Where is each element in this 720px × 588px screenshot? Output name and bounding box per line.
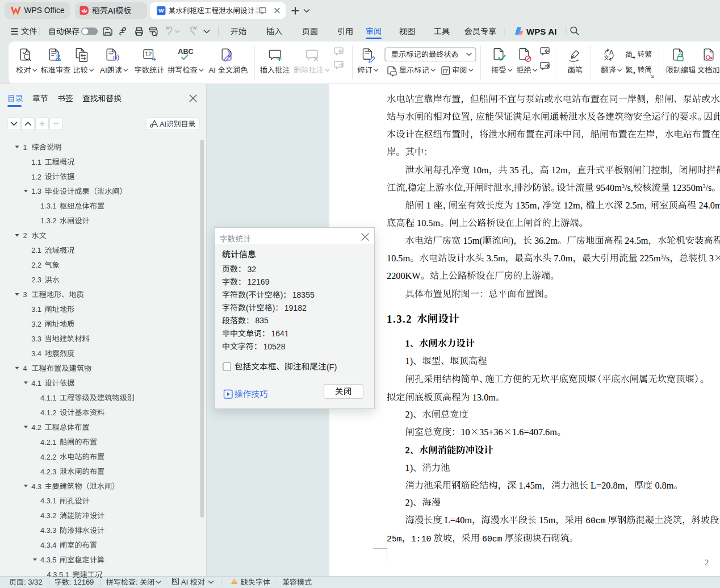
svg-text:1.3: 1.3 xyxy=(31,187,41,195)
svg-text:4.2: 4.2 xyxy=(31,423,41,432)
svg-text:/s: /s xyxy=(664,253,670,264)
svg-text:3: 3 xyxy=(709,253,714,264)
svg-text:24.0m: 24.0m xyxy=(699,200,720,211)
svg-text:60cm: 60cm xyxy=(585,516,606,526)
svg-text:3: 3 xyxy=(23,290,27,299)
svg-text:36.2m: 36.2m xyxy=(534,235,558,246)
svg-text:,: , xyxy=(512,182,514,193)
svg-text:L=20.8m: L=20.8m xyxy=(591,480,625,491)
svg-text:225m: 225m xyxy=(640,253,661,264)
svg-text:A: A xyxy=(609,49,614,56)
svg-text:): ) xyxy=(510,235,513,246)
svg-text:2: 2 xyxy=(23,231,27,240)
svg-text:2: 2 xyxy=(705,558,709,567)
svg-text:1.45m: 1.45m xyxy=(518,480,542,491)
svg-text:2): 2) xyxy=(405,409,413,420)
svg-text:15m: 15m xyxy=(539,515,555,526)
svg-text:1:10: 1:10 xyxy=(411,535,432,544)
svg-text:10m: 10m xyxy=(472,165,489,176)
svg-text:Office: Office xyxy=(44,6,65,15)
svg-text:AI: AI xyxy=(209,66,216,74)
svg-text:/s,: /s, xyxy=(625,182,633,193)
svg-text:4.1: 4.1 xyxy=(31,379,41,387)
svg-text:19182: 19182 xyxy=(284,303,307,312)
svg-text:): ) xyxy=(273,303,275,312)
svg-text:835: 835 xyxy=(256,316,269,325)
svg-text:/s: /s xyxy=(705,182,711,193)
svg-text:4.3.5: 4.3.5 xyxy=(40,556,56,564)
svg-text:18355: 18355 xyxy=(292,290,315,299)
svg-text:4.3.2: 4.3.2 xyxy=(40,511,56,520)
svg-text:2.5m: 2.5m xyxy=(625,200,644,211)
svg-text:1.3.2: 1.3.2 xyxy=(40,216,56,225)
svg-text:10528: 10528 xyxy=(263,342,286,351)
svg-text:4.1.1: 4.1.1 xyxy=(40,394,56,402)
svg-text:3/32: 3/32 xyxy=(28,578,42,586)
svg-text:AI: AI xyxy=(548,27,556,36)
svg-text:W: W xyxy=(158,7,164,14)
svg-text:1.1: 1.1 xyxy=(31,158,41,166)
svg-text:2.1: 2.1 xyxy=(31,246,41,255)
svg-text:AI: AI xyxy=(108,6,115,15)
svg-text:3.1: 3.1 xyxy=(31,305,41,314)
svg-text:AI: AI xyxy=(100,66,107,74)
svg-text:1: 1 xyxy=(23,143,27,152)
svg-text:(F): (F) xyxy=(326,362,337,372)
svg-text:WPS: WPS xyxy=(526,27,546,36)
svg-text:4.2.1: 4.2.1 xyxy=(40,438,56,447)
svg-text::: : xyxy=(136,578,138,586)
svg-text:7.0m: 7.0m xyxy=(554,253,572,264)
svg-text:4: 4 xyxy=(23,364,27,373)
svg-text:4.3.1: 4.3.1 xyxy=(40,497,56,505)
svg-text:10.5m: 10.5m xyxy=(417,218,440,228)
svg-text:1: 1 xyxy=(426,200,431,211)
svg-text:3.2: 3.2 xyxy=(31,320,41,328)
svg-text:1.3.1: 1.3.1 xyxy=(40,202,56,210)
svg-text:12m: 12m xyxy=(564,200,580,211)
svg-text:25m: 25m xyxy=(387,535,402,544)
svg-text:2200KW: 2200KW xyxy=(387,270,421,281)
svg-text:2.2: 2.2 xyxy=(31,261,41,269)
svg-text:35+36: 35+36 xyxy=(479,427,503,437)
svg-text:1641: 1641 xyxy=(271,329,289,338)
svg-text:135m: 135m xyxy=(516,200,537,211)
svg-text:4.3.3: 4.3.3 xyxy=(40,526,56,535)
svg-text:ABC: ABC xyxy=(178,48,193,56)
svg-text:4.1.2: 4.1.2 xyxy=(40,408,56,417)
svg-text:15m(: 15m( xyxy=(463,235,483,246)
svg-text:12169: 12169 xyxy=(73,578,94,586)
svg-text:4.2.2: 4.2.2 xyxy=(40,453,56,461)
svg-text:2: 2 xyxy=(405,445,410,456)
svg-text:): ) xyxy=(281,290,283,299)
svg-text:12169: 12169 xyxy=(248,277,270,286)
svg-text:1.2: 1.2 xyxy=(31,173,41,181)
svg-text:2): 2) xyxy=(405,497,413,508)
svg-text:2.3: 2.3 xyxy=(31,276,41,284)
svg-text:10: 10 xyxy=(461,427,470,437)
svg-text:1.3.2: 1.3.2 xyxy=(387,313,412,325)
svg-text:12m: 12m xyxy=(551,165,568,176)
svg-text::: : xyxy=(69,578,72,586)
svg-text:!: ! xyxy=(233,580,235,584)
svg-text:9540m: 9540m xyxy=(596,182,622,193)
svg-text:24.5m: 24.5m xyxy=(625,235,648,246)
svg-text:(: ( xyxy=(246,290,249,299)
svg-text:12: 12 xyxy=(145,51,152,57)
svg-text:AI: AI xyxy=(181,578,188,586)
svg-text:1): 1) xyxy=(405,356,413,366)
svg-text:35: 35 xyxy=(509,165,518,176)
svg-text:60cm: 60cm xyxy=(482,535,503,544)
svg-text:1): 1) xyxy=(405,462,413,473)
svg-text:32: 32 xyxy=(248,265,257,274)
svg-text:,: , xyxy=(405,182,408,193)
svg-text:13.0m: 13.0m xyxy=(472,392,496,403)
svg-text:AI: AI xyxy=(160,120,166,128)
svg-text:3.3: 3.3 xyxy=(31,335,41,343)
svg-text:1.6=407.6m: 1.6=407.6m xyxy=(512,427,557,437)
svg-text:4.3.5.1: 4.3.5.1 xyxy=(47,570,69,579)
svg-text:3.4: 3.4 xyxy=(31,349,41,358)
svg-text::: : xyxy=(24,578,26,586)
svg-text:4.3.4: 4.3.4 xyxy=(40,541,56,549)
svg-text:WPS: WPS xyxy=(24,6,42,15)
svg-text:1: 1 xyxy=(405,338,410,349)
